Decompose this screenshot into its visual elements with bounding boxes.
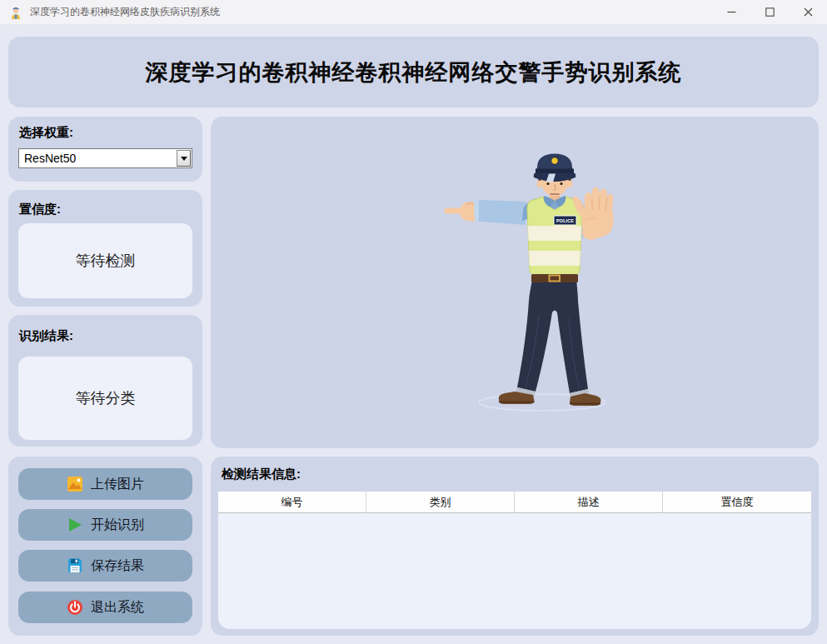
confidence-section: 置信度: 等待检测 bbox=[8, 190, 202, 307]
save-icon bbox=[67, 557, 83, 574]
result-value-box: 等待分类 bbox=[18, 357, 192, 440]
exit-system-label: 退出系统 bbox=[91, 599, 144, 617]
start-recognition-button[interactable]: 开始识别 bbox=[18, 509, 192, 541]
save-result-label: 保存结果 bbox=[91, 557, 144, 575]
results-label: 检测结果信息: bbox=[222, 467, 301, 482]
pointing-arm bbox=[444, 200, 526, 225]
police-cap bbox=[534, 154, 576, 183]
close-button[interactable] bbox=[789, 0, 827, 25]
confidence-value-box: 等待检测 bbox=[18, 223, 192, 298]
page-title: 深度学习的卷积神经卷积神经网络交警手势识别系统 bbox=[8, 37, 819, 107]
weights-selected-value: ResNet50 bbox=[19, 152, 177, 165]
minimize-button[interactable] bbox=[712, 0, 750, 25]
exit-system-button[interactable]: 退出系统 bbox=[18, 592, 192, 623]
window-controls bbox=[712, 0, 827, 25]
traffic-police-illustration: POLICE bbox=[427, 150, 627, 412]
column-category: 类别 bbox=[366, 492, 515, 512]
cap-badge bbox=[551, 157, 558, 164]
results-table-header: 编号 类别 描述 置信度 bbox=[218, 492, 811, 513]
header-banner: 深度学习的卷积神经卷积神经网络交警手势识别系统 bbox=[8, 37, 819, 107]
result-section: 识别结果: 等待分类 bbox=[8, 315, 202, 447]
power-icon bbox=[67, 599, 83, 616]
maximize-icon bbox=[765, 7, 775, 17]
result-label: 识别结果: bbox=[19, 328, 73, 344]
pants bbox=[517, 278, 588, 393]
titlebar: 深度学习的卷积神经网络皮肤疾病识别系统 bbox=[0, 0, 827, 25]
app-window-icon bbox=[8, 5, 23, 20]
maximize-button[interactable] bbox=[750, 0, 789, 25]
eye-left bbox=[546, 182, 549, 185]
column-description: 描述 bbox=[515, 492, 663, 512]
close-icon bbox=[804, 7, 813, 17]
results-section: 检测结果信息: 编号 类别 描述 置信度 bbox=[211, 457, 819, 636]
belt bbox=[531, 274, 578, 282]
dropdown-arrow-icon[interactable] bbox=[177, 150, 191, 167]
confidence-label: 置信度: bbox=[19, 202, 61, 217]
upload-image-button[interactable]: 上传图片 bbox=[18, 468, 192, 500]
weights-dropdown[interactable]: ResNet50 bbox=[18, 148, 192, 168]
column-confidence: 置信度 bbox=[663, 492, 811, 512]
upload-image-label: 上传图片 bbox=[91, 476, 144, 493]
save-result-button[interactable]: 保存结果 bbox=[18, 550, 192, 582]
image-upload-icon bbox=[67, 476, 83, 492]
image-display-area: POLICE bbox=[211, 117, 819, 448]
weights-section: 选择权重: ResNet50 bbox=[8, 117, 202, 182]
window-title: 深度学习的卷积神经网络皮肤疾病识别系统 bbox=[30, 5, 220, 19]
officer-head bbox=[534, 154, 576, 197]
weights-label: 选择权重: bbox=[19, 125, 73, 141]
eye-right bbox=[560, 182, 562, 185]
minimize-icon bbox=[727, 7, 736, 17]
play-icon bbox=[67, 517, 83, 533]
actions-section: 上传图片 开始识别 保存结果 bbox=[8, 457, 202, 636]
start-recognition-label: 开始识别 bbox=[91, 517, 144, 534]
column-id: 编号 bbox=[218, 492, 366, 512]
svg-text:POLICE: POLICE bbox=[556, 218, 574, 223]
results-table-body[interactable] bbox=[218, 513, 811, 629]
police-badge: POLICE bbox=[554, 216, 576, 225]
